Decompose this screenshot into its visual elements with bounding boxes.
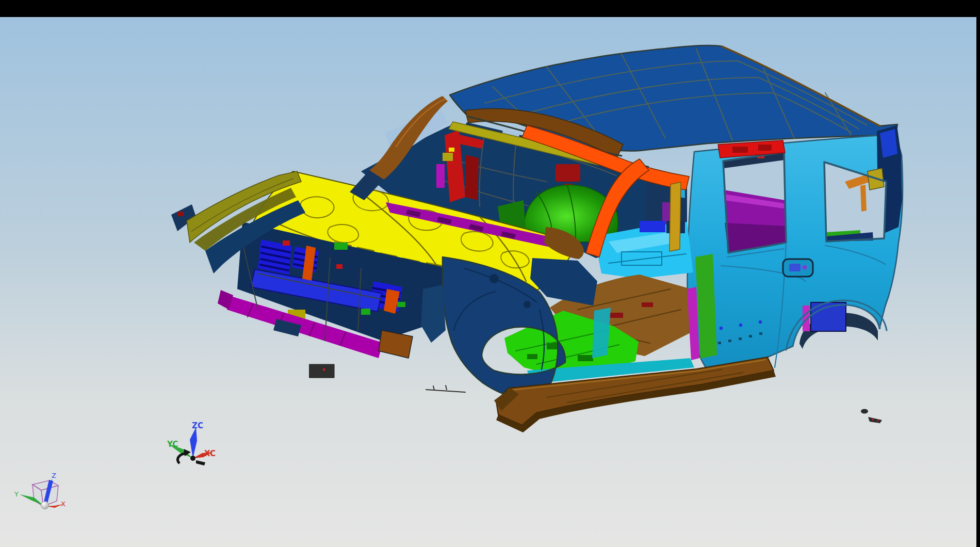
fender-hole: [489, 274, 499, 283]
wcs-z-label: ZC: [192, 421, 203, 430]
abs-y-label: Y: [14, 490, 19, 498]
header-red-box: [556, 164, 580, 182]
b-pillar-gold[interactable]: [669, 182, 681, 251]
wcs-y-label: YC: [167, 440, 178, 449]
cad-application-window: ZC YC XC Z Y X: [0, 0, 980, 547]
olive-bit: [443, 153, 453, 161]
door-dot: [739, 324, 742, 327]
top-black-bar: [0, 0, 980, 17]
hinge-red-dark[interactable]: [465, 155, 479, 200]
abs-origin-sphere[interactable]: [41, 502, 49, 509]
yellow-bit: [449, 148, 454, 152]
cowl-magenta-bit: [436, 164, 445, 188]
float-bracket: [309, 364, 334, 378]
rear-door-handle[interactable]: [783, 259, 813, 277]
fender-hole-small: [524, 301, 531, 308]
cad-3d-viewport[interactable]: ZC YC XC Z Y X: [0, 0, 980, 547]
door-dot: [720, 327, 723, 330]
abs-z-label: Z: [52, 472, 56, 479]
door-dot: [759, 320, 762, 324]
floor-blue-rect: [640, 221, 665, 232]
right-black-bar: [976, 0, 980, 547]
wcs-x-label: XC: [204, 449, 216, 458]
fender-tip-red: [177, 212, 184, 216]
float-bracket-dot: [323, 368, 325, 371]
wcs-origin[interactable]: [190, 456, 195, 461]
abs-x-label: X: [61, 500, 66, 508]
tail-blue-patch: [880, 129, 897, 158]
